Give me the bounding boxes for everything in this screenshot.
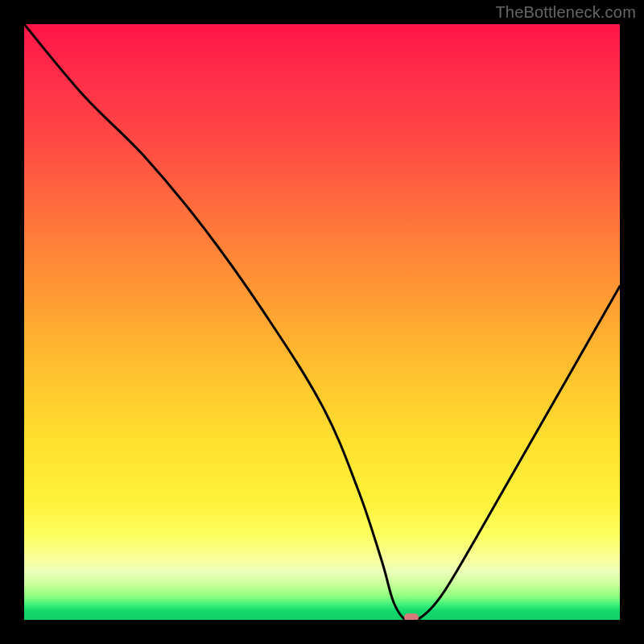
curve-path: [24, 24, 620, 620]
optimal-marker: [404, 613, 419, 620]
bottleneck-curve: [24, 24, 620, 620]
watermark-text: TheBottleneck.com: [495, 3, 636, 22]
chart-frame: TheBottleneck.com: [0, 0, 644, 644]
plot-area: [24, 24, 620, 620]
